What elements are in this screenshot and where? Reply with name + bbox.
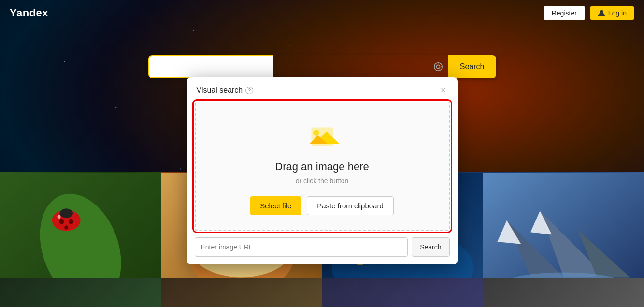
- url-search-button[interactable]: Search: [412, 237, 449, 257]
- drop-zone[interactable]: Drag an image here or click the button S…: [195, 102, 450, 231]
- drag-image-icon: [305, 122, 340, 151]
- close-button[interactable]: ×: [439, 85, 448, 96]
- url-input[interactable]: [195, 237, 408, 257]
- image-placeholder-icon: [305, 122, 340, 153]
- click-text: or click the button: [296, 177, 349, 185]
- drop-zone-buttons: Select file Paste from clipboard: [250, 196, 394, 215]
- svg-point-38: [313, 130, 319, 136]
- paste-clipboard-button[interactable]: Paste from clipboard: [307, 196, 394, 215]
- modal-overlay: Visual search ? × Drag an ima: [0, 0, 644, 307]
- modal-header: Visual search ? ×: [187, 77, 458, 102]
- url-area: Search: [187, 231, 458, 264]
- modal-title: Visual search ?: [197, 86, 254, 95]
- drag-text: Drag an image here: [275, 161, 369, 173]
- help-icon[interactable]: ?: [245, 87, 253, 94]
- select-file-button[interactable]: Select file: [250, 196, 301, 215]
- visual-search-modal: Visual search ? × Drag an ima: [187, 77, 458, 264]
